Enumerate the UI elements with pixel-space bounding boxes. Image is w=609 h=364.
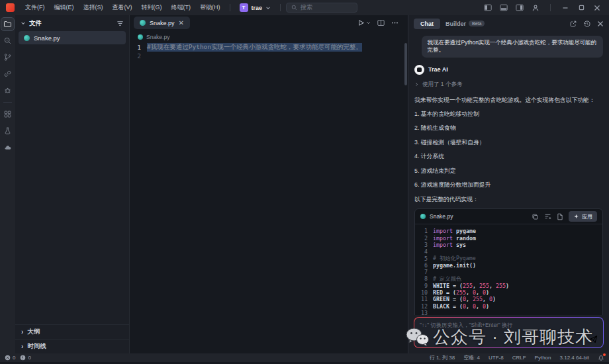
project-avatar: T (240, 3, 248, 12)
share-icon[interactable] (569, 20, 577, 28)
code-token: , (476, 289, 483, 296)
feature-list: 1. 基本的贪吃蛇移动控制2. 随机生成食物3. 碰撞检测（墙壁和自身）4. 计… (414, 111, 603, 190)
problems-indicator[interactable]: 0 0 (5, 355, 31, 361)
status-item[interactable]: UTF-8 (489, 355, 504, 361)
editor-line: 2 (130, 52, 408, 60)
toggle-right-panel-icon[interactable] (513, 2, 526, 14)
editor-code[interactable]: 1#我现在要通过Python实现一个经典小游戏贪吃蛇，要求功能尽可能的完整。2 (130, 43, 408, 60)
maximize-button[interactable] (575, 2, 588, 14)
code-token: import (433, 235, 453, 242)
explorer-header[interactable]: 文件 (15, 15, 129, 31)
code-token: 255 (496, 283, 506, 289)
error-count: 0 (13, 355, 15, 361)
close-tab-icon[interactable]: ✕ (179, 20, 184, 26)
line-number: 4 (419, 248, 428, 255)
menu-item[interactable]: 终端(T) (167, 2, 195, 13)
editor-scrollbar[interactable] (404, 43, 407, 85)
editor-tab-bar: Snake.py ✕ (130, 15, 408, 30)
explorer-icon[interactable] (1, 18, 14, 30)
code-token: pygame (453, 228, 476, 234)
apply-button[interactable]: 应用 (569, 211, 597, 222)
test-flask-icon[interactable] (1, 124, 14, 137)
section-label: 大纲 (27, 328, 40, 336)
line-number: 9 (419, 283, 428, 289)
split-editor-icon[interactable] (377, 19, 385, 26)
reference-toggle[interactable]: 使用了 1 个参考 (414, 81, 603, 89)
source-control-icon[interactable] (1, 51, 14, 64)
status-item[interactable]: CRLF (512, 355, 526, 361)
status-bar: 0 0 行 1, 列 38空格: 4UTF-8CRLFPython3.12.4 … (0, 353, 609, 362)
feature-item: 1. 基本的贪吃蛇移动控制 (414, 111, 603, 118)
status-item[interactable]: 3.12.4 64-bit (560, 355, 589, 361)
status-item[interactable]: 空格: 4 (463, 354, 480, 361)
more-actions-icon[interactable] (391, 19, 398, 26)
feature-item: 4. 计分系统 (414, 153, 603, 161)
sparkle-icon (573, 214, 579, 220)
line-number: 3 (419, 242, 428, 248)
line-number: 6 (419, 262, 428, 269)
notifications-bell[interactable] (598, 355, 604, 361)
close-panel-icon[interactable] (597, 21, 604, 27)
minimize-button[interactable] (559, 2, 572, 14)
code-block-body[interactable]: 1import pygame2import random3import sys4… (415, 224, 602, 315)
app-logo-icon[interactable] (6, 3, 15, 12)
account-icon[interactable] (529, 2, 542, 14)
chat-conversation: 我现在要通过Python实现一个经典小游戏贪吃蛇，要求功能尽可能的完整。 Tra… (408, 32, 609, 315)
menu-item[interactable]: 编辑(E) (50, 2, 78, 13)
plugin-hand-icon[interactable] (1, 141, 14, 154)
toggle-bottom-panel-icon[interactable] (497, 2, 510, 14)
python-icon (24, 35, 30, 41)
chat-header: Chat Builder Beta (408, 15, 609, 32)
code-line: 7 (419, 269, 598, 275)
copy-icon[interactable] (532, 213, 539, 220)
chat-panel: Chat Builder Beta 我现在要通过Python实现一个经典小游戏贪… (408, 15, 609, 353)
status-item[interactable]: Python (535, 355, 551, 361)
tab-builder[interactable]: Builder Beta (445, 21, 485, 27)
menu-item[interactable]: 文件(F) (21, 2, 49, 13)
menu-item[interactable]: 转到(G) (138, 2, 166, 13)
sidebar-section[interactable]: ›大纲 (15, 324, 129, 339)
debug-icon[interactable] (1, 84, 14, 97)
tab-snake-py[interactable]: Snake.py ✕ (134, 17, 190, 29)
search-icon[interactable] (1, 34, 14, 47)
code-token: random (453, 235, 476, 242)
breadcrumb[interactable]: Snake.py (130, 30, 408, 43)
code-line: 9WHITE = (255, 255, 255) (419, 283, 598, 289)
filter-icon[interactable] (117, 20, 124, 27)
sidebar-sections: ›大纲›时间线 (15, 324, 129, 353)
code-line: 2import random (419, 235, 598, 242)
status-item[interactable]: 行 1, 列 38 (430, 354, 455, 361)
line-text: #我现在要通过Python实现一个经典小游戏贪吃蛇，要求功能尽可能的完整。 (147, 43, 362, 52)
extensions-icon[interactable] (1, 108, 14, 120)
assistant-row: Trae AI (414, 65, 603, 75)
code-line: 10RED = (255, 0, 0) (419, 289, 598, 296)
reference-label: 使用了 1 个参考 (422, 81, 462, 89)
project-switcher[interactable]: T trae (236, 2, 275, 13)
code-token: ) (486, 289, 489, 296)
global-search-input[interactable]: 搜索 (286, 3, 357, 13)
close-window-button[interactable] (590, 2, 604, 14)
assistant-name: Trae AI (428, 66, 448, 73)
toggle-left-panel-icon[interactable] (481, 2, 494, 14)
menu-item[interactable]: 帮助(H) (196, 2, 224, 13)
history-icon[interactable] (583, 20, 591, 28)
insert-code-icon[interactable] (544, 213, 551, 220)
editor-area: Snake.py ✕ Snake.py 1#我现在要通过Pytho (130, 15, 408, 353)
sidebar-section[interactable]: ›时间线 (15, 339, 129, 353)
code-token: # 初始化Pygame (433, 255, 476, 262)
project-name: trae (252, 5, 263, 11)
new-file-icon[interactable] (557, 213, 563, 220)
send-icon[interactable] (589, 335, 598, 343)
tab-chat[interactable]: Chat (414, 19, 440, 29)
chat-input[interactable]: "↑↓" 切换历史输入，"Shift+Enter" 换行 (414, 317, 604, 348)
file-item-snake-py[interactable]: Snake.py (19, 31, 126, 44)
remote-link-icon[interactable] (1, 68, 14, 80)
code-token: GREEN = ( (433, 296, 463, 302)
menu-item[interactable]: 查看(V) (109, 2, 136, 13)
chevron-right-icon: › (21, 343, 23, 350)
code-line: 5# 初始化Pygame (419, 255, 598, 261)
code-line: 3import sys (419, 242, 598, 248)
menu-item[interactable]: 选择(S) (79, 2, 107, 13)
run-button[interactable] (357, 19, 371, 26)
divider (550, 4, 551, 11)
